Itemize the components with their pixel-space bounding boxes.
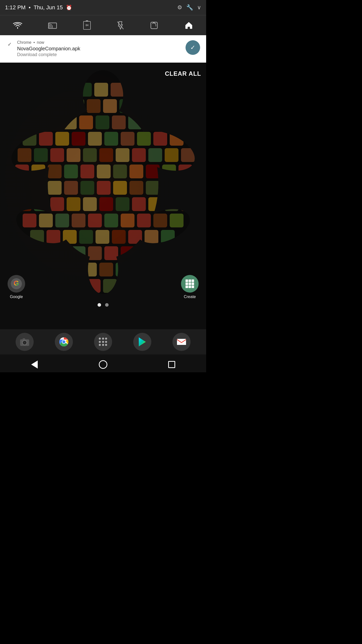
page-dots (0, 303, 206, 307)
page-dot-2[interactable] (105, 303, 109, 307)
create-icon-label: Create (184, 295, 196, 299)
notification-time: now (37, 40, 44, 45)
chevron-down-icon[interactable]: ∨ (197, 4, 201, 11)
svg-text:G: G (14, 279, 19, 287)
app-dock (0, 329, 206, 354)
desktop-icons-row: G G Google (0, 275, 206, 299)
create-app-icon[interactable]: Create (181, 275, 199, 299)
svg-marker-145 (139, 337, 146, 346)
notification-bullet: • (33, 40, 35, 45)
download-complete-icon: ✓ (190, 44, 195, 51)
svg-rect-140 (23, 338, 25, 340)
svg-point-1 (48, 27, 49, 28)
google-icon-label: Google (10, 295, 23, 299)
wrench-icon: 🔧 (186, 4, 193, 11)
status-separator: • (29, 4, 31, 11)
notification-action-button[interactable]: ✓ (186, 40, 200, 55)
grid-cell (192, 279, 194, 282)
notification-title: NovaGoogleCompanion.apk (17, 46, 80, 52)
status-date: Thu, Jun 15 (34, 4, 63, 11)
notification-content-area: ✓ Chrome • now NovaGoogleCompanion.apk D… (6, 40, 186, 57)
create-icon-bg (181, 275, 199, 293)
notification-item[interactable]: ✓ Chrome • now NovaGoogleCompanion.apk D… (0, 35, 206, 63)
notification-text-block: Chrome • now NovaGoogleCompanion.apk Dow… (17, 40, 80, 57)
svg-point-143 (62, 340, 65, 343)
grid-cell (189, 283, 191, 285)
rotation-toggle[interactable] (150, 21, 158, 30)
grid-cell (186, 286, 188, 288)
gmail-icon[interactable] (172, 333, 191, 351)
battery-indicator: 84 (83, 21, 91, 30)
grid-cell (189, 279, 191, 282)
home-button[interactable] (96, 357, 111, 372)
wifi-toggle[interactable] (13, 22, 22, 29)
page-dot-1[interactable] (98, 303, 101, 307)
recents-icon (168, 361, 175, 368)
flashlight-toggle[interactable] (117, 21, 124, 30)
grid-cell (186, 279, 188, 282)
quick-settings-bar: 84 (0, 15, 206, 35)
grid-cell (192, 286, 194, 288)
download-check-icon: ✓ (8, 41, 12, 47)
back-icon (31, 360, 38, 369)
home-icon (99, 360, 107, 369)
status-time: 1:12 PM (5, 4, 26, 11)
navigation-bar (0, 354, 206, 372)
notification-description: Download complete (17, 52, 80, 57)
grid-cell (186, 283, 188, 285)
status-left: 1:12 PM • Thu, Jun 15 ⏰ (5, 4, 72, 11)
notification-app-icon: ✓ (6, 41, 13, 48)
apps-grid-icon (99, 338, 107, 346)
status-bar: 1:12 PM • Thu, Jun 15 ⏰ ⚙ 🔧 ∨ (0, 0, 206, 15)
notification-header: Chrome • now (17, 40, 80, 45)
battery-percent: 84 (86, 24, 88, 27)
svg-point-139 (24, 342, 25, 343)
chrome-dock-icon[interactable] (55, 333, 73, 351)
wallpaper-area: CLEAR ALL G G (0, 63, 206, 329)
apps-drawer-icon[interactable] (94, 333, 112, 351)
status-right: ⚙ 🔧 ∨ (177, 4, 201, 11)
back-button[interactable] (27, 357, 42, 372)
cast-toggle[interactable] (48, 22, 57, 29)
google-app-icon[interactable]: G G Google (8, 275, 25, 299)
settings-icon[interactable]: ⚙ (177, 4, 182, 11)
clear-all-button[interactable]: CLEAR ALL (165, 70, 201, 77)
alarm-icon: ⏰ (66, 5, 72, 11)
recents-button[interactable] (164, 357, 179, 372)
home-toggle[interactable] (185, 21, 193, 30)
grid-cell (189, 286, 191, 288)
grid-cell (192, 283, 194, 285)
camera-dock-icon[interactable] (16, 333, 34, 351)
google-icon-bg: G G (8, 275, 25, 293)
play-store-icon[interactable] (133, 333, 151, 351)
create-grid-icon (186, 279, 194, 288)
notification-app-name: Chrome (17, 40, 31, 45)
